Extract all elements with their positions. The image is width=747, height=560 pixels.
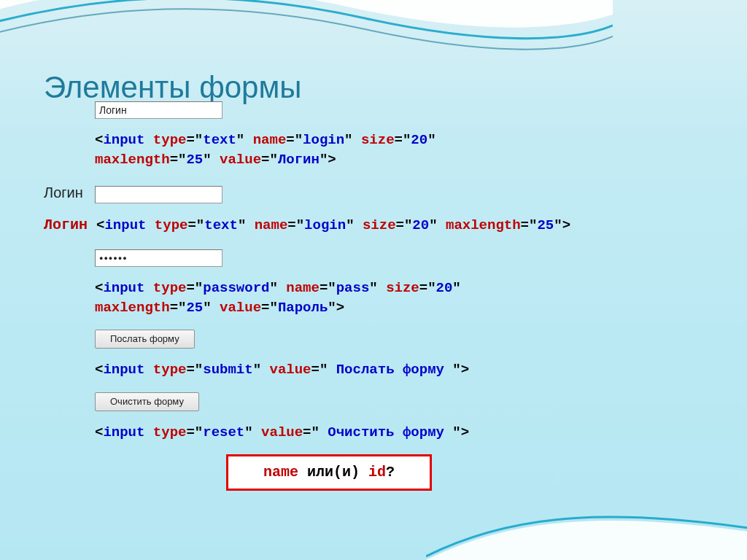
- example-1-code: <input type="text" name="login" size="20…: [44, 131, 700, 169]
- example-5-code: <input type="reset" value=" Очистить фор…: [44, 423, 700, 443]
- login-text-input-empty[interactable]: [95, 186, 222, 203]
- login-label: Логин: [44, 184, 83, 201]
- question-box: name или(и) id?: [226, 454, 432, 491]
- example-3-render: ●●●●●●: [44, 249, 700, 267]
- example-2-render: Логин: [44, 182, 700, 203]
- example-3-code: <input type="password" name="pass" size=…: [44, 279, 700, 317]
- reset-button[interactable]: Очистить форму: [95, 392, 199, 411]
- submit-button[interactable]: Послать форму: [95, 330, 195, 349]
- example-4-render: Послать форму: [44, 329, 700, 349]
- example-2-code: Логин <input type="text" name="login" si…: [44, 215, 700, 236]
- question-row: name или(и) id?: [44, 454, 700, 491]
- password-input[interactable]: ●●●●●●: [95, 249, 222, 267]
- example-5-render: Очистить форму: [44, 392, 700, 411]
- example-4-code: <input type="submit" value=" Послать фор…: [44, 360, 700, 380]
- slide-content: Логин <input type="text" name="login" si…: [44, 95, 700, 502]
- login-text-input[interactable]: Логин: [95, 101, 222, 119]
- example-1-render: Логин: [44, 101, 700, 119]
- decorative-wave-top: [0, 0, 613, 80]
